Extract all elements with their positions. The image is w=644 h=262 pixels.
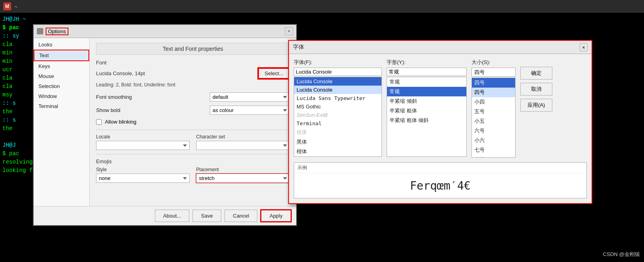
divider2 <box>96 154 290 154</box>
font-info-row: Lucida Console, 14pt Select... <box>96 68 290 79</box>
font-style-item[interactable]: 常规 <box>387 77 466 87</box>
font-family-item[interactable]: 黑体 <box>294 137 381 147</box>
options-title: Options <box>46 28 68 35</box>
font-size-item[interactable]: 小六 <box>472 136 515 145</box>
font-confirm-button[interactable]: 确定 <box>520 67 552 80</box>
font-style-item[interactable]: 半紧缩 倾斜 <box>387 96 466 106</box>
sidebar-item-keys[interactable]: Keys <box>34 61 89 71</box>
font-family-input[interactable] <box>294 68 382 76</box>
font-style-item[interactable]: 半紧缩 粗体 倾斜 <box>387 116 466 125</box>
charset-group: Character set <box>196 134 290 150</box>
font-section-label: Font <box>96 60 290 66</box>
emoji-style-label: Style <box>96 167 190 172</box>
emoji-options-row: Style none emoji text Placement stretch … <box>96 167 290 183</box>
font-size-item[interactable]: 五号 <box>472 107 515 116</box>
options-sidebar: Looks Text Keys Mouse Selection Window T… <box>34 38 90 206</box>
emoji-placement-label: Placement <box>196 167 290 172</box>
font-size-header: 大小(S): <box>471 59 516 66</box>
font-family-item[interactable]: Lucida Sans Typewriter <box>294 94 381 102</box>
font-size-item[interactable]: 八号 <box>472 155 515 158</box>
font-size-item[interactable]: 小五 <box>472 116 515 126</box>
terminal-title-bar: M ~ <box>0 0 644 13</box>
watermark: CSDN @金刚猿 <box>603 251 640 258</box>
emoji-placement-select[interactable]: stretch fit center <box>196 174 290 183</box>
sidebar-item-looks[interactable]: Looks <box>34 40 89 50</box>
sidebar-item-text[interactable]: Text <box>34 50 89 61</box>
sidebar-item-selection[interactable]: Selection <box>34 81 89 91</box>
sidebar-item-mouse[interactable]: Mouse <box>34 71 89 81</box>
allow-blinking-label: Allow blinking <box>105 119 136 125</box>
font-smoothing-row: Font smoothing default none antialiased … <box>96 92 290 102</box>
cancel-button[interactable]: Cancel <box>225 210 257 222</box>
options-icon <box>37 28 43 34</box>
show-bold-row: Show bold as colour as font both <box>96 106 290 115</box>
font-family-list[interactable]: Lucida Console Lucida Console Lucida San… <box>294 77 382 157</box>
font-details: Leading: 2, Bold: font, Underline: font <box>96 82 290 88</box>
font-action-col: 确定 取消 应用(A) <box>520 59 552 158</box>
font-style-item[interactable]: 半紧缩 粗体 <box>387 106 466 116</box>
term-line: JH@JH ~ <box>2 15 270 24</box>
font-dialog-title-bar: 字体 × <box>289 41 592 54</box>
terminal-app-icon: M <box>3 2 11 10</box>
font-family-item[interactable]: 楷体 <box>294 147 381 156</box>
font-apply-button[interactable]: 应用(A) <box>520 99 552 112</box>
apply-button[interactable]: Apply <box>261 210 291 222</box>
font-family-item[interactable]: 仿宋 <box>294 128 381 137</box>
locale-select[interactable] <box>96 141 190 150</box>
font-smoothing-label: Font smoothing <box>96 94 144 100</box>
options-main-content: Text and Font properties Font Lucida Con… <box>90 38 296 206</box>
font-family-header: 字体(F): <box>294 59 382 66</box>
font-family-item[interactable]: Lucida Console <box>294 86 381 94</box>
sidebar-item-terminal[interactable]: Terminal <box>34 101 89 111</box>
font-size-item[interactable]: 四号 <box>472 88 515 97</box>
emoji-placement-group: Placement stretch fit center <box>196 167 290 183</box>
font-size-item[interactable]: 四号 <box>472 78 515 88</box>
font-preview-area: 示例 Ferqœm′4€ <box>294 162 587 198</box>
allow-blinking-row: Allow blinking <box>96 119 290 125</box>
font-cols: 字体(F): Lucida Console Lucida Console Luc… <box>294 59 587 158</box>
font-style-list[interactable]: 常规 常规 半紧缩 倾斜 半紧缩 粗体 半紧缩 粗体 倾斜 <box>387 77 467 157</box>
options-close-button[interactable]: × <box>285 27 293 35</box>
font-style-input[interactable] <box>387 68 467 76</box>
options-dialog: Options × Looks Text Keys Mouse Selectio… <box>33 24 297 226</box>
font-family-item[interactable]: SimSun-ExtB <box>294 111 381 119</box>
emojis-label: Emojis <box>96 158 290 164</box>
font-dialog: 字体 × 字体(F): Lucida Console Lucida Consol… <box>288 40 592 204</box>
preview-text: Ferqœm′4€ <box>294 173 586 198</box>
font-dialog-body: 字体(F): Lucida Console Lucida Console Luc… <box>289 54 592 203</box>
font-style-header: 字形(Y): <box>387 59 467 66</box>
locale-charset-row: Locale Character set <box>96 134 290 150</box>
charset-select[interactable] <box>196 141 290 150</box>
font-dialog-title-text: 字体 <box>293 44 304 51</box>
font-family-item[interactable]: Lucida Console <box>294 77 381 86</box>
font-size-item[interactable]: 七号 <box>472 145 515 155</box>
preview-label: 示例 <box>294 163 586 173</box>
font-dialog-close-button[interactable]: × <box>580 43 588 51</box>
sidebar-item-window[interactable]: Window <box>34 91 89 101</box>
font-select-button[interactable]: Select... <box>258 68 290 79</box>
divider <box>96 130 290 130</box>
font-family-col: 字体(F): Lucida Console Lucida Console Luc… <box>294 59 382 158</box>
current-font-display: Lucida Console, 14pt <box>96 70 145 76</box>
font-size-item[interactable]: 小四 <box>472 97 515 107</box>
font-size-list[interactable]: 四号 四号 小四 五号 小五 六号 小六 七号 八号 <box>471 78 516 158</box>
emoji-style-group: Style none emoji text <box>96 167 190 183</box>
options-title-left: Options <box>37 28 68 35</box>
font-size-input[interactable] <box>471 68 516 77</box>
terminal-title: ~ <box>14 4 18 10</box>
font-size-col: 大小(S): 四号 四号 小四 五号 小五 六号 小六 七号 八号 <box>471 59 516 158</box>
allow-blinking-checkbox[interactable] <box>96 119 102 125</box>
font-cancel-button[interactable]: 取消 <box>520 83 552 96</box>
font-smoothing-select[interactable]: default none antialiased subpixel <box>210 92 290 102</box>
save-button[interactable]: Save <box>193 210 221 222</box>
font-family-item[interactable]: MS Gothic <box>294 102 381 111</box>
emoji-style-select[interactable]: none emoji text <box>96 174 190 183</box>
options-body: Looks Text Keys Mouse Selection Window T… <box>34 38 296 206</box>
font-style-item[interactable]: 常规 <box>387 87 466 96</box>
font-family-item[interactable]: Terminal <box>294 119 381 128</box>
font-size-item[interactable]: 六号 <box>472 126 515 136</box>
about-button[interactable]: About... <box>155 210 190 222</box>
charset-label: Character set <box>196 134 290 140</box>
show-bold-select[interactable]: as colour as font both <box>210 106 290 115</box>
font-style-col: 字形(Y): 常规 常规 半紧缩 倾斜 半紧缩 粗体 半紧缩 粗体 倾斜 <box>387 59 467 158</box>
